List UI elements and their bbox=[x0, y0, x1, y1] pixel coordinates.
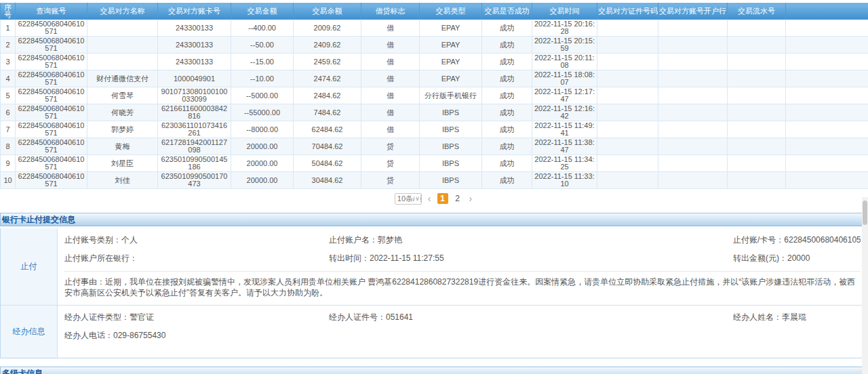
table-cell: 6228450068040610571 bbox=[16, 104, 87, 121]
field-row: 经办人证件类型：警官证 经办人证件号：051641 经办人姓名：李晨琨 bbox=[64, 312, 861, 323]
table-cell: 20000.00 bbox=[231, 138, 294, 155]
table-cell: 9010713080100100033099 bbox=[158, 87, 231, 104]
table-cell: 借 bbox=[361, 70, 420, 87]
table-cell: 借 bbox=[361, 87, 420, 104]
table-cell: 1000049901 bbox=[158, 70, 231, 87]
table-row: 56228450068040610571何雪琴90107130801001000… bbox=[1, 87, 868, 104]
table-cell bbox=[786, 20, 868, 37]
table-cell bbox=[597, 20, 658, 37]
table-cell: --50.00 bbox=[231, 37, 294, 54]
table-cell bbox=[786, 138, 868, 155]
page-button-1[interactable]: 1 bbox=[437, 193, 448, 204]
table-cell: 借 bbox=[361, 37, 420, 54]
field-handler-name: 经办人姓名：李晨琨 bbox=[733, 312, 861, 323]
table-cell: 成功 bbox=[482, 121, 532, 138]
table-cell: 2022-11-15 11:33:10 bbox=[532, 172, 597, 189]
table-cell: 借 bbox=[361, 20, 420, 37]
scrollbar-thumb[interactable] bbox=[863, 201, 867, 225]
table-cell bbox=[786, 121, 868, 138]
table-cell: 郭梦婷 bbox=[87, 121, 158, 138]
table-cell: 2459.62 bbox=[294, 54, 361, 70]
table-cell: 2022-11-15 20:15:59 bbox=[532, 37, 597, 54]
table-cell: 6 bbox=[1, 104, 16, 121]
field-row: 经办人电话：029-86755430 bbox=[64, 330, 861, 341]
table-cell bbox=[658, 70, 728, 87]
table-cell bbox=[597, 155, 658, 172]
table-cell: 借 bbox=[361, 121, 420, 138]
table-cell: 2022-11-15 12:16:42 bbox=[532, 104, 597, 121]
column-header: 交易余额 bbox=[294, 3, 361, 20]
table-cell: --400.00 bbox=[231, 20, 294, 37]
table-cell: 6216611600003842816 bbox=[158, 104, 231, 121]
table-cell: 成功 bbox=[482, 104, 532, 121]
field-transfer-amount: 转出金额(元)：20000 bbox=[733, 253, 861, 264]
page-size-select[interactable]: 10条/页 ∨ bbox=[395, 193, 422, 205]
table-cell bbox=[728, 20, 786, 37]
table-cell: 2409.62 bbox=[294, 37, 361, 54]
table-cell bbox=[658, 138, 728, 155]
table-cell bbox=[728, 104, 786, 121]
table-cell: 2022-11-15 20:16:28 bbox=[532, 20, 597, 37]
table-cell bbox=[728, 54, 786, 70]
table-cell: 5 bbox=[1, 87, 16, 104]
table-row: 96228450068040610571刘星臣62350109905001451… bbox=[1, 155, 868, 172]
table-row: 26228450068040610571243300133--50.002409… bbox=[1, 37, 868, 54]
table-cell: 财付通微信支付 bbox=[87, 70, 158, 87]
table-cell: 6228450068040610571 bbox=[16, 54, 87, 70]
field-empty bbox=[329, 330, 733, 341]
stop-payment-group: 止付 止付账号类别：个人 止付账户名：郭梦艳 止付账/卡号：6228450068… bbox=[1, 228, 867, 305]
table-cell: 成功 bbox=[482, 20, 532, 37]
table-cell bbox=[87, 20, 158, 37]
table-cell: 成功 bbox=[482, 172, 532, 189]
table-cell: 2 bbox=[1, 37, 16, 54]
table-cell: 6235010990500145186 bbox=[158, 155, 231, 172]
table-cell bbox=[597, 104, 658, 121]
table-cell: 6228450068040610571 bbox=[16, 20, 87, 37]
transactions-header-row: 序号查询账号交易对方名称交易对方账卡号交易金额交易余额借贷标志交易类型交易是否成… bbox=[1, 3, 868, 20]
field-row: 止付账户所在银行： 转出时间：2022-11-15 11:27:55 转出金额(… bbox=[64, 253, 861, 264]
table-cell: 8 bbox=[1, 138, 16, 155]
table-cell: 70484.62 bbox=[294, 138, 361, 155]
table-cell bbox=[658, 104, 728, 121]
page-button-2[interactable]: 2 bbox=[452, 193, 463, 204]
field-handler-cert-type: 经办人证件类型：警官证 bbox=[64, 312, 329, 323]
table-cell: 贷 bbox=[361, 138, 420, 155]
table-cell: 30484.62 bbox=[294, 172, 361, 189]
table-cell: EPAY bbox=[420, 37, 482, 54]
field-account-type: 止付账号类别：个人 bbox=[64, 234, 329, 246]
field-handler-phone: 经办人电话：029-86755430 bbox=[64, 330, 329, 341]
table-cell bbox=[597, 172, 658, 189]
column-header bbox=[786, 3, 868, 20]
table-cell: EPAY bbox=[420, 70, 482, 87]
table-cell: 2022-11-15 11:34:25 bbox=[532, 155, 597, 172]
column-header: 查询账号 bbox=[16, 3, 87, 20]
table-cell bbox=[597, 87, 658, 104]
column-header: 交易流水号 bbox=[728, 3, 786, 20]
table-row: 86228450068040610571黄梅621728194200112709… bbox=[1, 138, 868, 155]
table-cell: EPAY bbox=[420, 20, 482, 37]
table-cell: 贷 bbox=[361, 155, 420, 172]
table-cell: 20000.00 bbox=[231, 172, 294, 189]
table-cell bbox=[786, 104, 868, 121]
column-header: 交易对方证件号码 bbox=[597, 3, 658, 20]
table-cell: 3 bbox=[1, 54, 16, 70]
next-page-button[interactable]: › bbox=[468, 194, 474, 203]
table-cell: EPAY bbox=[420, 54, 482, 70]
table-cell: 243300133 bbox=[158, 54, 231, 70]
prev-page-button[interactable]: ‹ bbox=[427, 194, 433, 203]
chevron-down-icon: ∨ bbox=[414, 194, 420, 204]
table-cell: 成功 bbox=[482, 155, 532, 172]
divider bbox=[64, 271, 861, 272]
table-row: 16228450068040610571243300133--400.00200… bbox=[1, 20, 868, 37]
stop-payment-fields: 止付账号类别：个人 止付账户名：郭梦艳 止付账/卡号：6228450068040… bbox=[58, 228, 867, 305]
table-cell: IBPS bbox=[420, 121, 482, 138]
table-row: 76228450068040610571郭梦婷62303611010734162… bbox=[1, 121, 868, 138]
table-cell: 刘星臣 bbox=[87, 155, 158, 172]
table-cell bbox=[728, 37, 786, 54]
table-cell: 贷 bbox=[361, 172, 420, 189]
table-cell: 9 bbox=[1, 155, 16, 172]
table-cell: 6217281942001127098 bbox=[158, 138, 231, 155]
table-cell bbox=[728, 87, 786, 104]
table-cell: 6230361101073416261 bbox=[158, 121, 231, 138]
table-cell bbox=[728, 70, 786, 87]
